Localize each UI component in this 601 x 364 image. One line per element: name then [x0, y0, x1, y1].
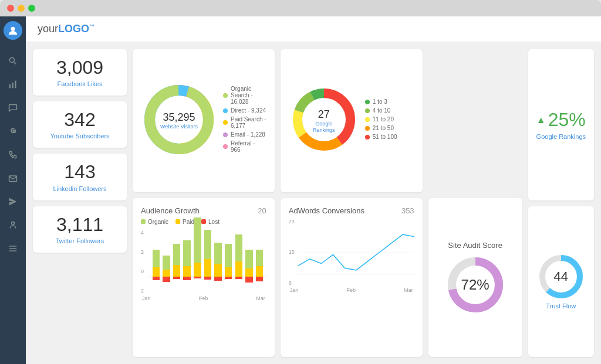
- left-column: 3,009 Facebook Likes 342 Youtube Subscri…: [33, 49, 127, 357]
- bar-organic: [245, 250, 253, 268]
- legend-item: Organic Search - 16,028: [223, 86, 266, 105]
- sidebar-item-mail[interactable]: [2, 168, 23, 189]
- website-visitors-legend: Organic Search - 16,028 Direct - 9,324 P…: [223, 86, 266, 155]
- bar-paid: [204, 259, 212, 277]
- bar-organic: [183, 240, 191, 266]
- bar-paid: [225, 267, 232, 277]
- svg-rect-5: [15, 81, 16, 89]
- facebook-likes-card: 3,009 Facebook Likes: [33, 49, 127, 96]
- adwords-chart: 23 15 8: [289, 219, 414, 286]
- bar-lost: [173, 277, 181, 279]
- sidebar-logo[interactable]: [4, 21, 22, 40]
- google-rank-change-card: ▲ 25% Google Rankings: [528, 49, 594, 200]
- bar-group: [183, 230, 192, 294]
- legend-paid: Paid: [175, 219, 194, 225]
- twitter-followers-number: 3,111: [56, 215, 103, 235]
- bar-lost: [163, 277, 170, 282]
- google-rank-label: Google Rankings: [536, 133, 586, 140]
- legend-lost: Lost: [201, 219, 220, 225]
- legend-item: Paid Search - 6,177: [223, 116, 266, 129]
- audience-growth-legend: Organic Paid Lost: [141, 219, 266, 225]
- svg-line-2: [14, 62, 16, 64]
- bar-lost: [183, 277, 191, 281]
- svg-rect-4: [12, 83, 13, 89]
- bar-paid: [153, 267, 160, 277]
- legend-item: Email - 1,228: [223, 131, 266, 138]
- app: youryourLOGOLOGO™ 3,009 Facebook Likes 3…: [0, 16, 601, 364]
- legend-item: 21 to 50: [365, 125, 397, 131]
- sidebar-item-phone[interactable]: [2, 144, 23, 165]
- bar-lost: [256, 277, 264, 281]
- bar-lost: [204, 277, 212, 280]
- bar-lost: [194, 277, 201, 278]
- google-rankings-card: 27 Google Rankings 1 to 3 4 to 10 11 to …: [281, 49, 423, 192]
- bar-group: [172, 230, 181, 294]
- maximize-button[interactable]: [28, 5, 35, 12]
- youtube-subscribers-label: Youtube Subscribers: [50, 132, 109, 140]
- svg-point-0: [11, 27, 15, 31]
- youtube-subscribers-number: 342: [64, 110, 95, 130]
- bar-group: [255, 230, 264, 294]
- linkedin-followers-label: Linkedin Followers: [53, 185, 106, 192]
- svg-rect-9: [9, 246, 17, 247]
- google-rankings-legend: 1 to 3 4 to 10 11 to 20 21 to 50 51 to 1…: [365, 98, 397, 142]
- bar-paid: [173, 265, 181, 277]
- bar-group: [214, 230, 223, 294]
- linkedin-followers-card: 143 Linkedin Followers: [33, 154, 127, 200]
- twitter-followers-label: Twitter Followers: [56, 237, 104, 244]
- bar-group: [203, 230, 212, 294]
- svg-rect-3: [9, 84, 11, 88]
- bar-organic: [225, 244, 232, 267]
- legend-item: 51 to 100: [365, 134, 397, 140]
- legend-item: 1 to 3: [365, 98, 397, 105]
- google-rank-percent: 25%: [548, 109, 586, 131]
- adwords-line-svg: [298, 219, 414, 286]
- bar-organic: [235, 234, 243, 261]
- svg-rect-11: [9, 250, 17, 251]
- bar-organic: [163, 256, 170, 270]
- bar-paid: [163, 270, 170, 277]
- google-rankings-label: 27 Google Rankings: [306, 108, 342, 133]
- facebook-likes-label: Facebook Likes: [57, 80, 102, 87]
- bar-group: [245, 230, 254, 294]
- bar-lost: [225, 277, 232, 279]
- website-visitors-card: 35,295 Website Visitors Organic Search -…: [133, 49, 275, 192]
- bar-organic: [153, 250, 160, 267]
- youtube-subscribers-card: 342 Youtube Subscribers: [33, 101, 127, 148]
- legend-item: 11 to 20: [365, 116, 397, 123]
- linkedin-followers-number: 143: [64, 162, 95, 182]
- trust-flow-value: 44: [554, 269, 568, 284]
- minimize-button[interactable]: [18, 5, 25, 12]
- bar-chart-bars: [149, 230, 266, 294]
- bar-paid: [214, 264, 222, 277]
- bar-organic: [173, 244, 181, 265]
- adwords-title: AdWords Conversions: [289, 206, 364, 215]
- bar-group: [234, 230, 244, 294]
- sidebar-item-at[interactable]: [2, 121, 23, 142]
- sidebar-item-search[interactable]: [2, 50, 23, 72]
- sidebar-item-analytics[interactable]: [2, 74, 23, 95]
- site-audit-percent: 72%: [461, 277, 489, 292]
- site-audit-card: Site Audit Score 72%: [428, 198, 522, 358]
- dashboard: 3,009 Facebook Likes 342 Youtube Subscri…: [26, 42, 601, 364]
- site-audit-title: Site Audit Score: [448, 241, 502, 250]
- svg-point-1: [9, 57, 14, 62]
- twitter-followers-card: 3,111 Twitter Followers: [33, 206, 127, 253]
- bar-lost: [235, 277, 243, 279]
- legend-item: Direct - 9,324: [223, 107, 266, 114]
- close-button[interactable]: [7, 5, 14, 12]
- bar-organic: [214, 243, 222, 264]
- sidebar-item-person[interactable]: [2, 215, 23, 236]
- right-column: ▲ 25% Google Rankings 44: [528, 49, 594, 357]
- sidebar-item-chat[interactable]: [2, 97, 23, 118]
- website-visitors-label: 35,295 Website Visitors: [160, 111, 198, 130]
- bar-group: [193, 230, 202, 294]
- sidebar-item-send[interactable]: [2, 191, 23, 212]
- topbar: youryourLOGOLOGO™: [26, 16, 601, 42]
- sidebar-item-settings[interactable]: [2, 238, 23, 259]
- rank-arrow-icon: ▲: [536, 115, 546, 125]
- bar-lost: [153, 277, 160, 280]
- bar-group: [162, 230, 171, 294]
- bar-paid: [256, 266, 264, 277]
- logo: youryourLOGOLOGO™: [38, 23, 94, 35]
